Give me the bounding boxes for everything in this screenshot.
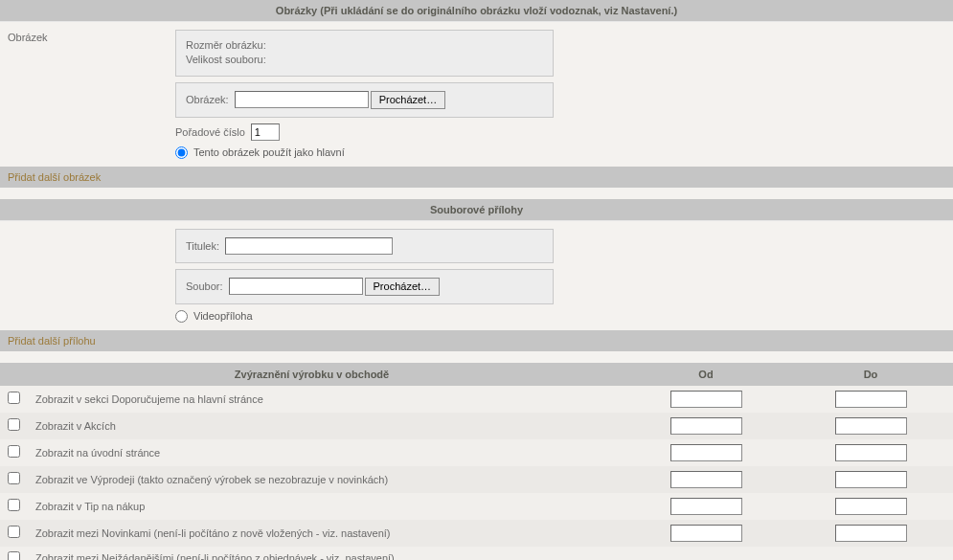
image-seq-label: Pořadové číslo (175, 126, 245, 138)
highlight-label: Zobrazit v sekci Doporučujeme na hlavní … (28, 386, 624, 413)
attach-file-label: Soubor: (186, 280, 223, 292)
highlight-checkbox[interactable] (8, 418, 20, 431)
highlight-table: Zvýraznění výrobku v obchodě Od Do Zobra… (0, 363, 953, 560)
highlight-checkbox[interactable] (8, 392, 20, 404)
highlight-row: Zobrazit v Akcích (0, 413, 953, 439)
highlight-row: Zobrazit mezi Novinkami (není-li počítán… (0, 520, 953, 547)
highlight-checkbox[interactable] (8, 472, 20, 484)
highlight-row: Zobrazit v sekci Doporučujeme na hlavní … (0, 386, 953, 413)
image-main-radio[interactable] (175, 146, 188, 159)
highlight-checkbox[interactable] (8, 526, 20, 538)
image-size-label: Velikost souboru: (186, 53, 543, 67)
images-heading: Obrázky (Při ukládání se do originálního… (0, 0, 953, 21)
highlight-row: Zobrazit na úvodní stránce (0, 439, 953, 466)
highlight-label: Zobrazit mezi Novinkami (není-li počítán… (28, 520, 624, 547)
date-to-input[interactable] (835, 525, 907, 542)
attach-video-label: Videopříloha (193, 310, 253, 322)
attachments-section: Souborové přílohy Titulek: Soubor: Proch… (0, 199, 953, 351)
highlight-label: Zobrazit v Akcích (28, 413, 624, 439)
images-row-label: Obrázek (0, 22, 168, 167)
date-from-input[interactable] (670, 471, 742, 488)
attachments-heading: Souborové přílohy (0, 199, 953, 220)
image-main-label: Tento obrázek použít jako hlavní (193, 146, 345, 158)
date-to-input[interactable] (835, 444, 907, 461)
attach-browse-button[interactable]: Procházet… (365, 278, 441, 296)
attach-title-input[interactable] (225, 237, 393, 255)
attach-file-box: Soubor: Procházet… (175, 269, 554, 304)
date-to-input[interactable] (835, 498, 907, 515)
highlight-row: Zobrazit v Tip na nákup (0, 493, 953, 520)
add-image-link[interactable]: Přidat další obrázek (0, 167, 953, 188)
add-attach-link[interactable]: Přidat další přílohu (0, 330, 953, 351)
highlight-label: Zobrazit ve Výprodeji (takto označený vý… (28, 466, 624, 493)
date-from-input[interactable] (670, 525, 742, 542)
date-to-input[interactable] (835, 391, 907, 408)
attach-title-label: Titulek: (186, 240, 219, 252)
date-to-input[interactable] (835, 417, 907, 435)
attach-file-input[interactable] (229, 278, 363, 295)
image-seq-input[interactable] (251, 123, 280, 141)
image-file-input[interactable] (235, 91, 369, 108)
date-from-input[interactable] (670, 498, 742, 515)
highlight-label: Zobrazit v Tip na nákup (28, 493, 624, 520)
date-to-input[interactable] (835, 471, 907, 488)
highlight-label: Zobrazit mezi Nejžádanějšími (není-li po… (28, 547, 624, 560)
highlight-heading: Zvýraznění výrobku v obchodě (0, 363, 624, 386)
date-from-input[interactable] (670, 444, 742, 461)
attach-row-label (0, 221, 168, 330)
col-do: Do (788, 363, 953, 386)
attach-title-box: Titulek: (175, 229, 554, 263)
highlight-label: Zobrazit na úvodní stránce (28, 439, 624, 466)
date-from-input[interactable] (670, 391, 742, 408)
highlight-section: Zvýraznění výrobku v obchodě Od Do Zobra… (0, 363, 953, 560)
attach-video-radio[interactable] (175, 310, 188, 323)
highlight-row: Zobrazit ve Výprodeji (takto označený vý… (0, 466, 953, 493)
images-section: Obrázky (Při ukládání se do originálního… (0, 0, 953, 188)
image-dim-label: Rozměr obrázku: (186, 38, 543, 53)
image-file-label: Obrázek: (186, 94, 229, 105)
highlight-checkbox[interactable] (8, 445, 20, 458)
date-from-input[interactable] (670, 417, 742, 435)
image-browse-button[interactable]: Procházet… (371, 91, 446, 109)
highlight-checkbox[interactable] (8, 551, 20, 560)
image-file-box: Obrázek: Procházet… (175, 82, 554, 118)
col-od: Od (624, 363, 788, 386)
image-info-box: Rozměr obrázku: Velikost souboru: (175, 30, 554, 77)
highlight-row: Zobrazit mezi Nejžádanějšími (není-li po… (0, 547, 953, 560)
highlight-checkbox[interactable] (8, 499, 20, 511)
